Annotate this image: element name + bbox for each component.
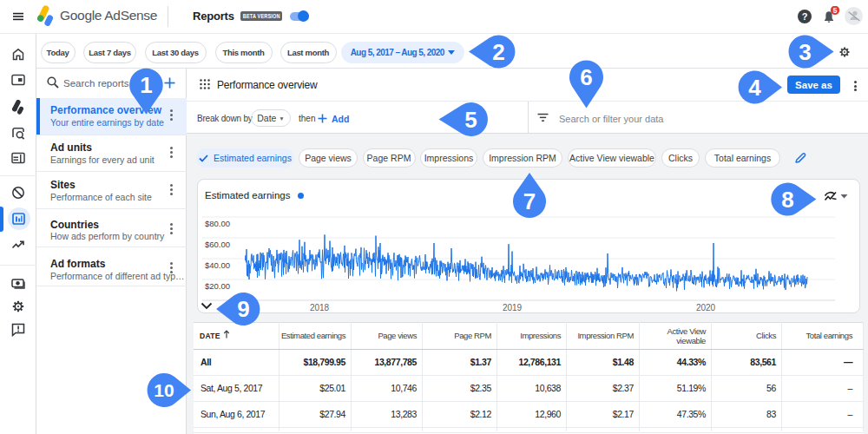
svg-text:9: 9 <box>237 296 249 322</box>
svg-text:2: 2 <box>492 39 504 65</box>
svg-text:8: 8 <box>781 187 793 213</box>
svg-text:6: 6 <box>580 64 592 90</box>
svg-text:1: 1 <box>140 72 152 98</box>
svg-text:10: 10 <box>154 380 174 400</box>
svg-text:7: 7 <box>523 188 536 214</box>
svg-text:4: 4 <box>748 75 761 101</box>
svg-text:3: 3 <box>799 39 811 65</box>
svg-text:5: 5 <box>464 107 477 133</box>
